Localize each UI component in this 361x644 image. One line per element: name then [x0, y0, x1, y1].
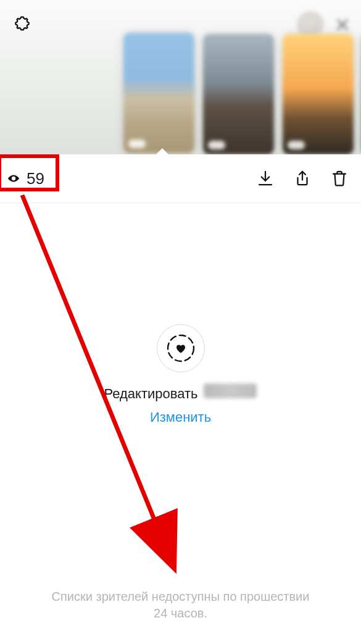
story-thumbnails [0, 25, 361, 154]
story-header [0, 0, 361, 154]
download-icon [256, 169, 275, 188]
selected-indicator [156, 148, 169, 154]
story-toolbar: 59 [0, 154, 361, 203]
highlight-section: Редактировать Изменить [0, 203, 361, 425]
footer-note: Списки зрителей недоступны по прошествии… [0, 588, 361, 622]
share-button[interactable] [292, 168, 313, 189]
story-thumb[interactable] [203, 34, 274, 154]
story-thumb[interactable] [123, 33, 194, 153]
footer-line-2: 24 часов. [25, 605, 336, 622]
share-icon [293, 169, 312, 188]
footer-line-1: Списки зрителей недоступны по прошествии [25, 588, 336, 605]
toolbar-actions [255, 168, 350, 189]
trash-icon [330, 169, 349, 188]
highlight-name-blurred [204, 383, 257, 398]
eye-icon [7, 172, 20, 185]
delete-button[interactable] [329, 168, 350, 189]
story-thumb[interactable] [283, 34, 354, 154]
highlight-cover-button[interactable] [157, 324, 205, 372]
highlight-heart-icon [167, 334, 195, 362]
change-link[interactable]: Изменить [150, 409, 211, 425]
highlight-title-row: Редактировать [104, 383, 257, 402]
edit-label: Редактировать [104, 386, 198, 402]
download-button[interactable] [255, 168, 276, 189]
views-number: 59 [27, 169, 44, 188]
views-count[interactable]: 59 [0, 164, 56, 193]
